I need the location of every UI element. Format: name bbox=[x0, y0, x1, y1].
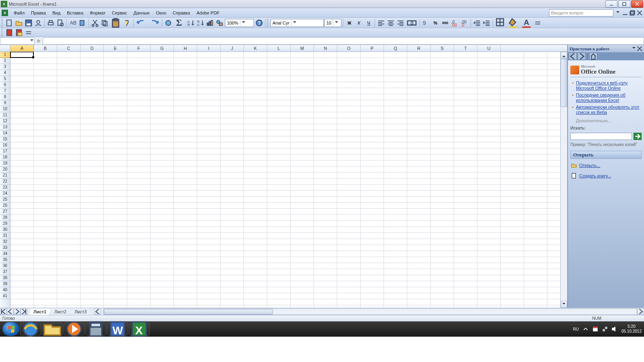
row-header[interactable]: 31 bbox=[0, 233, 10, 239]
column-header[interactable]: A bbox=[10, 45, 34, 51]
font-color-button[interactable]: A bbox=[520, 19, 533, 27]
percent-button[interactable]: % bbox=[431, 19, 440, 27]
new-button[interactable] bbox=[5, 19, 14, 27]
tab-nav-first-button[interactable] bbox=[0, 309, 7, 315]
doc-close-button[interactable] bbox=[637, 10, 642, 16]
menu-file[interactable]: Файл bbox=[10, 10, 28, 16]
row-header[interactable]: 10 bbox=[0, 106, 10, 112]
row-header[interactable]: 5 bbox=[0, 76, 10, 82]
toolbar-grip-icon[interactable] bbox=[2, 19, 3, 27]
row-header[interactable]: 14 bbox=[0, 130, 10, 136]
borders-button[interactable] bbox=[495, 19, 507, 27]
menu-view[interactable]: Вид bbox=[49, 10, 64, 16]
row-header[interactable]: 24 bbox=[0, 191, 10, 197]
decrease-indent-button[interactable] bbox=[473, 19, 481, 27]
font-size-combo[interactable]: 10 bbox=[324, 19, 341, 27]
window-maximize-button[interactable] bbox=[618, 0, 630, 8]
row-header[interactable]: 34 bbox=[0, 251, 10, 257]
row-header[interactable]: 17 bbox=[0, 148, 10, 154]
row-header[interactable]: 18 bbox=[0, 154, 10, 160]
column-header[interactable]: Q bbox=[384, 45, 407, 51]
scroll-thumb[interactable] bbox=[104, 309, 273, 315]
help-button[interactable]: ? bbox=[255, 19, 264, 27]
menu-tools[interactable]: Сервис bbox=[109, 10, 130, 16]
bold-button[interactable]: Ж bbox=[345, 19, 354, 27]
row-header[interactable]: 6 bbox=[0, 82, 10, 88]
row-header[interactable]: 37 bbox=[0, 269, 10, 275]
zoom-combo[interactable]: 100% bbox=[225, 19, 254, 27]
menu-edit[interactable]: Правка bbox=[28, 10, 49, 16]
scroll-down-button[interactable] bbox=[561, 301, 567, 308]
print-button[interactable] bbox=[46, 19, 55, 27]
tray-show-hidden-icon[interactable] bbox=[583, 326, 588, 332]
row-header[interactable]: 4 bbox=[0, 70, 10, 76]
menu-data[interactable]: Данные bbox=[130, 10, 153, 16]
column-header[interactable]: O bbox=[337, 45, 361, 51]
format-painter-button[interactable] bbox=[123, 19, 132, 27]
column-header[interactable]: N bbox=[314, 45, 337, 51]
column-header[interactable]: F bbox=[127, 45, 151, 51]
increase-indent-button[interactable] bbox=[482, 19, 491, 27]
toolbar-options-button[interactable] bbox=[533, 19, 542, 27]
vertical-scrollbar[interactable] bbox=[560, 52, 567, 308]
row-header[interactable]: 20 bbox=[0, 167, 10, 173]
copy-button[interactable] bbox=[100, 19, 109, 27]
row-header[interactable]: 3 bbox=[0, 64, 10, 70]
row-header[interactable]: 26 bbox=[0, 203, 10, 209]
row-header[interactable]: 11 bbox=[0, 112, 10, 118]
column-header[interactable]: H bbox=[174, 45, 197, 51]
taskpane-search-input[interactable] bbox=[570, 133, 632, 140]
row-header[interactable]: 9 bbox=[0, 100, 10, 106]
taskbar-ie-button[interactable] bbox=[20, 323, 41, 335]
menu-window[interactable]: Окно bbox=[153, 10, 170, 16]
chart-wizard-button[interactable] bbox=[206, 19, 215, 27]
ask-question-box[interactable]: Введите вопрос bbox=[549, 9, 613, 16]
taskbar-mediaplayer-button[interactable] bbox=[64, 323, 85, 335]
window-minimize-button[interactable] bbox=[605, 0, 617, 8]
tray-network-icon[interactable] bbox=[602, 326, 608, 332]
row-header[interactable]: 33 bbox=[0, 245, 10, 251]
name-box[interactable] bbox=[0, 37, 35, 45]
column-header[interactable]: E bbox=[104, 45, 127, 51]
sheet-tab[interactable]: Лист1 bbox=[29, 309, 51, 315]
convert-to-pdf-email-button[interactable] bbox=[14, 28, 23, 37]
decrease-decimal-button[interactable]: ,0,00 bbox=[450, 19, 459, 27]
taskbar-excel-button[interactable]: X bbox=[129, 323, 150, 335]
column-header[interactable]: B bbox=[34, 45, 57, 51]
taskpane-link[interactable]: Автоматически обновлять этот список из В… bbox=[572, 104, 642, 116]
fill-handle[interactable] bbox=[32, 56, 34, 58]
fill-color-button[interactable] bbox=[508, 19, 520, 27]
align-left-button[interactable] bbox=[377, 19, 386, 27]
sort-desc-button[interactable]: ЯА bbox=[196, 19, 205, 27]
font-name-combo[interactable]: Arial Cyr bbox=[270, 19, 324, 27]
row-header[interactable]: 30 bbox=[0, 227, 10, 233]
permission-button[interactable] bbox=[34, 19, 43, 27]
row-header[interactable]: 28 bbox=[0, 215, 10, 221]
menu-adobe-pdf[interactable]: Adobe PDF bbox=[193, 10, 223, 16]
cell-area[interactable] bbox=[10, 52, 560, 308]
row-header[interactable]: 35 bbox=[0, 257, 10, 263]
taskbar-explorer-button[interactable] bbox=[42, 323, 63, 335]
column-header[interactable]: I bbox=[197, 45, 221, 51]
taskbar-calculator-button[interactable] bbox=[85, 323, 106, 335]
comma-button[interactable]: 000 bbox=[441, 19, 450, 27]
column-header[interactable]: T bbox=[454, 45, 477, 51]
window-close-button[interactable] bbox=[631, 0, 643, 8]
column-header[interactable]: J bbox=[221, 45, 244, 51]
formula-input[interactable] bbox=[43, 37, 644, 45]
open-button[interactable] bbox=[14, 19, 23, 27]
row-header[interactable]: 7 bbox=[0, 88, 10, 94]
hyperlink-button[interactable] bbox=[164, 19, 173, 27]
tab-nav-prev-button[interactable] bbox=[7, 309, 14, 315]
scroll-thumb[interactable] bbox=[561, 59, 567, 107]
menu-help[interactable]: Справка bbox=[169, 10, 193, 16]
column-header[interactable]: G bbox=[151, 45, 174, 51]
taskpane-back-button[interactable] bbox=[569, 53, 577, 60]
drawing-button[interactable] bbox=[215, 19, 224, 27]
row-header[interactable]: 15 bbox=[0, 136, 10, 142]
row-header[interactable]: 21 bbox=[0, 173, 10, 179]
row-header[interactable]: 16 bbox=[0, 142, 10, 148]
tab-nav-last-button[interactable] bbox=[21, 309, 27, 315]
underline-button[interactable]: Ч bbox=[364, 19, 373, 27]
taskpane-forward-button[interactable] bbox=[578, 53, 586, 60]
